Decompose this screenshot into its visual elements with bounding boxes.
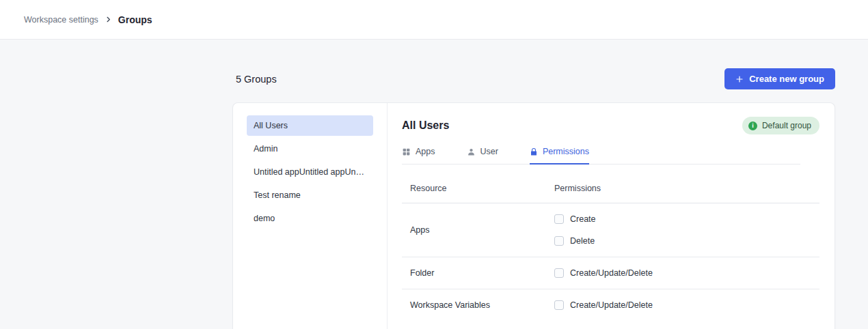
permission-label: Create (570, 214, 596, 224)
permission-label: Create/Update/Delete (570, 300, 653, 310)
resource-label: Workspace Variables (402, 300, 554, 310)
chevron-right-icon (105, 16, 112, 23)
permission-option: Create/Update/Delete (554, 266, 653, 280)
tab-apps[interactable]: Apps (402, 147, 435, 164)
tab-user-label: User (480, 147, 498, 156)
table-row-apps: Apps Create Delete (402, 203, 819, 257)
permission-label: Create/Update/Delete (570, 268, 653, 278)
detail-tabs: Apps User Permissions (402, 147, 800, 164)
permission-option: Delete (554, 234, 596, 248)
apps-grid-icon (402, 147, 411, 156)
info-circle-icon: i (748, 121, 757, 130)
permissions-table: Resource Permissions Apps Create (402, 164, 819, 321)
column-header-resource: Resource (402, 184, 554, 193)
group-item-all-users[interactable]: All Users (247, 115, 373, 136)
group-list: All Users Admin Untitled appUntitled app… (233, 103, 388, 329)
resource-label: Apps (402, 225, 554, 235)
breadcrumb-groups: Groups (118, 14, 152, 25)
checkbox-apps-create[interactable] (554, 214, 564, 224)
tab-permissions[interactable]: Permissions (530, 147, 589, 164)
groups-card: All Users Admin Untitled appUntitled app… (232, 102, 835, 329)
plus-icon (735, 75, 744, 83)
tab-permissions-label: Permissions (543, 147, 589, 156)
tab-user[interactable]: User (467, 147, 498, 164)
breadcrumb-workspace-settings[interactable]: Workspace settings (24, 15, 98, 25)
create-new-group-button[interactable]: Create new group (724, 68, 835, 89)
user-icon (467, 147, 476, 156)
group-detail-panel: All Users i Default group Apps (388, 103, 835, 329)
toolbar: 5 Groups Create new group (232, 68, 835, 89)
default-group-badge-label: Default group (762, 121, 811, 130)
lock-icon (530, 147, 538, 156)
checkbox-workspace-variables-cud[interactable] (554, 300, 564, 310)
create-new-group-label: Create new group (749, 74, 824, 84)
resource-label: Folder (402, 268, 554, 278)
tab-apps-label: Apps (416, 147, 435, 156)
checkbox-folder-cud[interactable] (554, 268, 564, 278)
group-title: All Users (402, 119, 449, 132)
checkbox-apps-delete[interactable] (554, 236, 564, 246)
permission-option: Create/Update/Delete (554, 298, 653, 312)
default-group-badge: i Default group (742, 117, 819, 134)
top-bar: Workspace settings Groups (0, 0, 868, 40)
group-item-test-rename[interactable]: Test rename (247, 185, 373, 205)
permission-label: Delete (570, 236, 595, 246)
column-header-permissions: Permissions (554, 184, 601, 193)
groups-count-label: 5 Groups (232, 74, 277, 85)
group-item-demo[interactable]: demo (247, 208, 373, 229)
group-item-admin[interactable]: Admin (247, 139, 373, 159)
group-item-untitled-app[interactable]: Untitled appUntitled appUntitle… (247, 162, 373, 182)
table-row-folder: Folder Create/Update/Delete (402, 257, 819, 289)
table-header-row: Resource Permissions (402, 164, 819, 203)
table-row-workspace-variables: Workspace Variables Create/Update/Delete (402, 289, 819, 321)
groups-page: 5 Groups Create new group All Users Admi… (0, 40, 868, 329)
permission-option: Create (554, 212, 596, 226)
